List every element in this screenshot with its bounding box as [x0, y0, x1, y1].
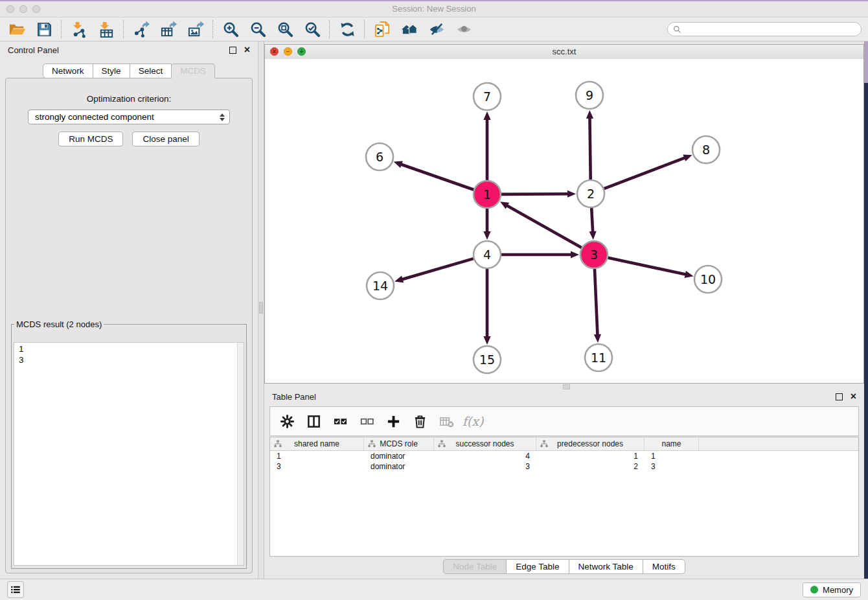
- export-table-button[interactable]: [158, 19, 179, 39]
- delete-table-icon: [439, 414, 454, 429]
- graph-edge-4-14[interactable]: [402, 259, 474, 279]
- delete-column-button[interactable]: [411, 413, 428, 430]
- column-header-successor-nodes[interactable]: successor nodes: [434, 437, 536, 450]
- right-edge-strip: [864, 83, 868, 579]
- add-column-button[interactable]: [385, 413, 402, 430]
- show-all-button[interactable]: [453, 19, 474, 39]
- graph-edge-2-9[interactable]: [589, 117, 590, 179]
- deselect-all-button[interactable]: [358, 413, 375, 430]
- column-header-mcds-role[interactable]: MCDS role: [364, 437, 434, 450]
- delete-column-icon: [413, 414, 428, 429]
- refresh-view-button[interactable]: [337, 19, 358, 39]
- graph-edge-3-11[interactable]: [595, 269, 598, 336]
- table-cell[interactable]: 3: [645, 462, 699, 471]
- graph-edge-1-6[interactable]: [400, 164, 474, 190]
- graph-arrowhead-1-6: [394, 161, 403, 168]
- search-input[interactable]: [685, 24, 856, 35]
- criterion-dropdown[interactable]: strongly connected component: [28, 110, 230, 124]
- graph-node-label-8: 8: [702, 143, 710, 157]
- tab-select[interactable]: Select: [130, 63, 172, 78]
- table-tab-network-table[interactable]: Network Table: [569, 559, 643, 574]
- result-scrollbar[interactable]: [237, 343, 244, 565]
- table-row[interactable]: 3dominator323: [270, 461, 858, 472]
- import-network-icon: [71, 21, 88, 38]
- save-session-button[interactable]: [34, 19, 54, 39]
- tab-mcds[interactable]: MCDS: [171, 63, 215, 78]
- toolbar-group: [131, 19, 206, 39]
- zoom-in-icon: [222, 21, 240, 38]
- tab-style[interactable]: Style: [93, 63, 130, 78]
- panel-splitter[interactable]: [258, 41, 264, 579]
- copy-network-button[interactable]: [372, 19, 393, 39]
- table-cell[interactable]: 2: [536, 462, 645, 471]
- graph-edge-3-1[interactable]: [507, 205, 582, 248]
- float-table-panel-icon[interactable]: [836, 393, 843, 400]
- column-header-predecessor-nodes[interactable]: predecessor nodes: [536, 437, 645, 450]
- table-cell[interactable]: dominator: [364, 462, 434, 471]
- tab-network[interactable]: Network: [43, 63, 93, 78]
- mcds-tab-panel: Optimization criterion: strongly connect…: [5, 78, 253, 573]
- task-history-button[interactable]: [7, 581, 24, 598]
- hide-selected-button[interactable]: [426, 19, 447, 39]
- network-graph[interactable]: 7968124314101511: [265, 59, 863, 383]
- zoom-in-button[interactable]: [220, 19, 241, 39]
- network-canvas[interactable]: 7968124314101511: [265, 59, 863, 383]
- export-network-button[interactable]: [131, 19, 152, 39]
- table-tab-node-table[interactable]: Node Table: [443, 559, 507, 574]
- table-row[interactable]: 1dominator411: [270, 451, 858, 461]
- table-tab-edge-table[interactable]: Edge Table: [506, 559, 569, 574]
- run-mcds-button[interactable]: Run MCDS: [58, 132, 123, 146]
- toggle-columns-button[interactable]: [305, 413, 322, 430]
- zoom-selected-button[interactable]: [302, 19, 323, 39]
- import-table-button[interactable]: [96, 19, 117, 39]
- close-panel-button[interactable]: Close panel: [132, 132, 199, 146]
- graph-arrowhead-3-10: [685, 271, 694, 278]
- network-view-window: × − + scc.txt 7968124314101511: [264, 44, 864, 384]
- zoom-out-button[interactable]: [247, 19, 268, 39]
- table-tab-motifs[interactable]: Motifs: [643, 559, 685, 574]
- graph-arrowhead-1-4: [483, 231, 490, 240]
- column-type-icon: [438, 440, 446, 448]
- table-cell[interactable]: 1: [270, 452, 364, 461]
- graph-arrowhead-2-9: [586, 110, 593, 119]
- table-cell[interactable]: 4: [434, 452, 536, 461]
- table-cell[interactable]: 3: [434, 462, 536, 471]
- memory-button[interactable]: Memory: [803, 583, 861, 597]
- close-table-panel-icon[interactable]: ×: [851, 393, 856, 400]
- close-panel-icon[interactable]: ×: [244, 47, 250, 53]
- table-settings-button[interactable]: [279, 413, 295, 430]
- graph-arrowhead-4-3: [571, 251, 579, 258]
- graph-edge-3-10[interactable]: [608, 258, 687, 275]
- status-bar: Memory: [0, 579, 868, 600]
- graph-edge-2-3[interactable]: [591, 208, 593, 233]
- hide-selected-icon: [428, 21, 446, 38]
- table-cell[interactable]: 3: [270, 462, 364, 471]
- network-window-titlebar[interactable]: × − + scc.txt: [265, 45, 863, 60]
- graph-edge-2-8[interactable]: [604, 157, 686, 189]
- control-panel-tabs: NetworkStyleSelectMCDS: [0, 63, 258, 78]
- table-cell[interactable]: 1: [536, 452, 645, 461]
- splitter-grip[interactable]: [259, 302, 263, 314]
- control-panel-titlebar: Control Panel ×: [0, 41, 258, 58]
- zoom-fit-button[interactable]: [275, 19, 295, 39]
- toolbar-separator: [212, 20, 214, 38]
- window-title: Session: New Session: [0, 4, 868, 14]
- graph-node-label-7: 7: [483, 89, 491, 104]
- export-image-button[interactable]: [185, 19, 206, 39]
- column-header-shared-name[interactable]: shared name: [270, 437, 364, 450]
- graph-node-label-3: 3: [590, 248, 598, 262]
- column-header-name[interactable]: name: [645, 437, 699, 450]
- table-body: 1dominator4113dominator323: [270, 451, 858, 472]
- mcds-result-area[interactable]: 1 3: [14, 342, 244, 566]
- table-cell[interactable]: 1: [645, 452, 699, 461]
- home-layout-button[interactable]: [399, 19, 420, 39]
- column-type-icon: [274, 440, 282, 448]
- import-network-button[interactable]: [69, 19, 89, 39]
- column-type-icon: [540, 440, 548, 448]
- open-file-button[interactable]: [6, 19, 27, 39]
- graph-edge-1-2[interactable]: [501, 194, 569, 194]
- float-panel-icon[interactable]: [229, 47, 236, 54]
- search-box[interactable]: [667, 22, 862, 36]
- table-cell[interactable]: dominator: [364, 452, 434, 461]
- select-all-button[interactable]: [332, 413, 348, 430]
